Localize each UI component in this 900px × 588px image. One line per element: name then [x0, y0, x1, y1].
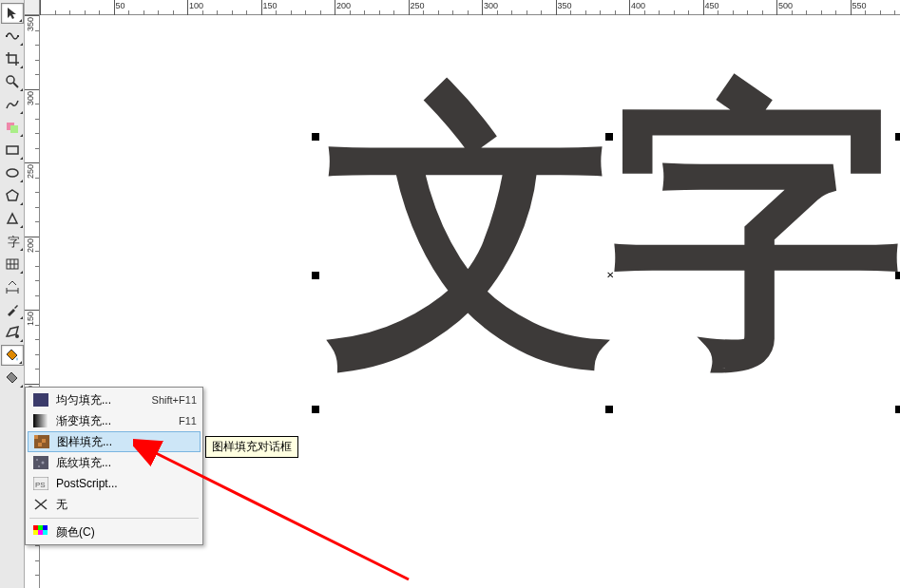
svg-point-7	[7, 169, 18, 177]
menu-shortcut: F11	[179, 415, 197, 427]
outline-tool[interactable]	[1, 322, 24, 343]
fill-tool[interactable]	[1, 345, 24, 366]
svg-point-26	[42, 462, 45, 465]
freehand-tool[interactable]	[1, 94, 24, 115]
menu-shortcut: Shift+F11	[152, 394, 197, 406]
svg-rect-34	[43, 525, 48, 530]
svg-rect-36	[38, 530, 43, 535]
menu-label: 颜色(C)	[56, 524, 197, 541]
menu-label: 图样填充...	[57, 434, 196, 450]
menu-item-texture-fill[interactable]: 底纹填充...	[28, 452, 201, 473]
svg-rect-35	[33, 530, 38, 535]
tooltip: 图样填充对话框	[205, 436, 298, 458]
toolbox: 字	[0, 0, 25, 588]
svg-rect-0	[6, 35, 8, 37]
menu-item-uniform-fill[interactable]: 均匀填充... Shift+F11	[28, 389, 201, 410]
svg-rect-1	[17, 35, 19, 37]
menu-label: PostScript...	[56, 477, 197, 490]
svg-rect-18	[33, 393, 48, 407]
ruler-corner	[25, 0, 40, 15]
selection-handle-tl[interactable]	[312, 133, 319, 141]
rectangle-tool[interactable]	[1, 140, 24, 161]
horizontal-ruler: 50100150200250300350400450500550	[25, 0, 900, 15]
svg-rect-32	[33, 525, 38, 530]
postscript-fill-icon: PS	[31, 476, 50, 491]
menu-label: 底纹填充...	[56, 455, 197, 471]
menu-item-no-fill[interactable]: 无	[28, 494, 201, 515]
selection-handle-bl[interactable]	[312, 406, 319, 413]
color-icon	[31, 524, 50, 540]
svg-point-17	[15, 334, 19, 338]
svg-text:字: 字	[8, 235, 20, 249]
svg-marker-8	[7, 190, 18, 200]
selection-center[interactable]: ✕	[605, 270, 615, 279]
menu-label: 均匀填充...	[56, 392, 143, 408]
svg-point-2	[7, 76, 14, 84]
selection-handle-ml[interactable]	[312, 272, 319, 279]
interactive-fill-tool[interactable]	[1, 368, 24, 389]
polygon-tool[interactable]	[1, 185, 24, 206]
dimension-tool[interactable]	[1, 276, 24, 297]
eyedropper-tool[interactable]	[1, 299, 24, 320]
menu-separator	[29, 518, 199, 519]
svg-rect-37	[43, 530, 48, 535]
solid-fill-icon	[31, 392, 50, 408]
gradient-fill-icon	[31, 413, 50, 428]
menu-item-postscript-fill[interactable]: PS PostScript...	[28, 473, 201, 494]
svg-line-3	[13, 83, 18, 87]
menu-label: 渐变填充...	[56, 413, 169, 429]
no-fill-icon	[31, 497, 50, 512]
svg-rect-22	[42, 439, 46, 443]
svg-rect-23	[38, 443, 42, 446]
selection-handle-mr[interactable]	[895, 272, 900, 279]
menu-item-fountain-fill[interactable]: 渐变填充... F11	[28, 410, 201, 431]
table-tool[interactable]	[1, 254, 24, 275]
pick-tool[interactable]	[1, 3, 24, 24]
shape-tool[interactable]	[1, 26, 24, 47]
basic-shapes-tool[interactable]	[1, 208, 24, 229]
svg-point-27	[38, 465, 40, 467]
svg-rect-19	[33, 414, 48, 427]
svg-rect-6	[7, 146, 18, 154]
selection-handle-bm[interactable]	[605, 406, 613, 413]
svg-point-25	[36, 459, 38, 461]
selection-handle-tr[interactable]	[895, 133, 900, 141]
svg-rect-24	[33, 456, 48, 469]
text-tool[interactable]: 字	[1, 231, 24, 252]
texture-fill-icon	[31, 455, 50, 470]
svg-rect-5	[10, 125, 18, 133]
pattern-fill-icon	[32, 434, 51, 449]
svg-text:PS: PS	[35, 481, 46, 489]
menu-label: 无	[56, 497, 197, 513]
menu-item-color[interactable]: 颜色(C)	[28, 522, 201, 542]
zoom-tool[interactable]	[1, 71, 24, 92]
crop-tool[interactable]	[1, 48, 24, 69]
smart-fill-tool[interactable]	[1, 117, 24, 138]
fill-flyout-menu: 均匀填充... Shift+F11 渐变填充... F11 图样填充... 底纹…	[25, 387, 203, 545]
ellipse-tool[interactable]	[1, 162, 24, 183]
svg-rect-21	[34, 435, 38, 439]
svg-rect-33	[38, 525, 43, 530]
menu-item-pattern-fill[interactable]: 图样填充...	[28, 431, 201, 452]
selection-handle-tm[interactable]	[605, 133, 613, 141]
text-object[interactable]: 文字	[325, 82, 895, 376]
selection-handle-br[interactable]	[895, 406, 900, 413]
